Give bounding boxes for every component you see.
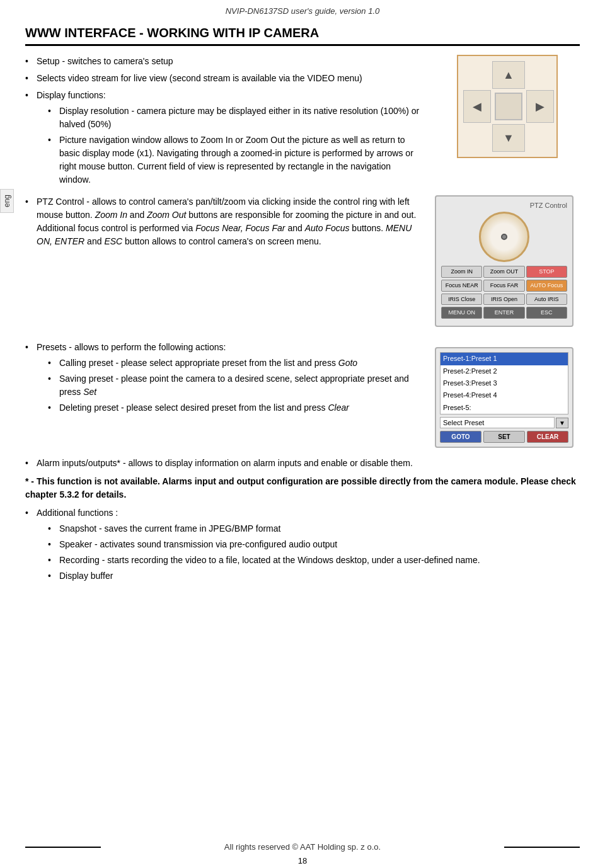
page-footer: All rights reserved © AAT Holding sp. z … [0,837,605,857]
ptz-row4: MENU ON ENTER ESC [441,307,567,319]
select-preset-box[interactable]: Select Preset [440,417,555,428]
zoom-in-button[interactable]: Zoom IN [441,266,482,278]
additional-sub-list: Snapshot - saves the current frame in JP… [48,522,580,583]
copyright-text: All rights reserved © AAT Holding sp. z … [224,842,381,852]
nav-left-button[interactable]: ◀ [463,90,491,123]
nav-bottomleft [463,124,491,152]
nav-bottomright [526,124,554,152]
top-rule [25,44,580,46]
nav-topright [526,61,554,89]
additional-list: Additional functions : Snapshot - saves … [25,506,580,583]
section-title: WWW INTERFACE - WORKING WITH IP CAMERA [25,26,580,40]
focus-near-button[interactable]: Focus NEAR [441,280,482,292]
preset-action-row: GOTO SET CLEAR [440,431,568,443]
preset-list: Preset-1:Preset 1 Preset-2:Preset 2 Pres… [440,352,568,414]
lang-label: eng [0,189,14,213]
page-header: NVIP-DN6137SD user's guide, version 1.0 [0,0,605,20]
nav-down-button[interactable]: ▼ [492,124,525,152]
goto-button[interactable]: GOTO [440,431,481,443]
ptz-ring-dot [501,234,507,240]
preset-item-1[interactable]: Preset-1:Preset 1 [441,353,568,365]
menu-on-button[interactable]: MENU ON [441,307,482,319]
calling-preset-item: Calling preset - please select appropria… [48,357,422,370]
iris-open-button[interactable]: IRIS Open [483,294,524,306]
preset-widget: Preset-1:Preset 1 Preset-2:Preset 2 Pres… [435,347,573,448]
ptz-list: PTZ Control - allows to control camera's… [25,195,422,248]
video-item: Selects video stream for live view (seco… [25,72,422,85]
preset-widget-col: Preset-1:Preset 1 Preset-2:Preset 2 Pres… [435,341,580,448]
snapshot-item: Snapshot - saves the current frame in JP… [48,522,580,535]
stop-button[interactable]: STOP [526,266,567,278]
additional-functions-item: Additional functions : Snapshot - saves … [25,506,580,583]
preset-select-row: Select Preset ▼ [440,417,568,428]
auto-focus-button[interactable]: AUTO Focus [526,280,567,292]
presets-header-item: Presets - allows to perform the followin… [25,341,422,414]
presets-sub-list: Calling preset - please select appropria… [48,357,422,414]
ptz-widget: PTZ Control Zoom IN Zoom OUT STOP Focus … [435,195,573,327]
preset-item-2[interactable]: Preset-2:Preset 2 [441,365,568,377]
nav-right-button[interactable]: ▶ [526,90,554,123]
focus-far-button[interactable]: Focus FAR [483,280,524,292]
ptz-row1: Zoom IN Zoom OUT STOP [441,266,567,278]
preset-dropdown-arrow[interactable]: ▼ [556,418,568,428]
picture-nav-item: Picture navigation window allows to Zoom… [48,134,422,186]
alarm-section: Alarm inputs/outputs* - allows to displa… [25,457,580,470]
main-list: Setup - switches to camera's setup Selec… [25,55,422,186]
ptz-row2: Focus NEAR Focus FAR AUTO Focus [441,280,567,292]
right-column-top: ▲ ◀ ▶ ▼ [435,55,580,190]
bold-note: * - This function is not available. Alar… [25,475,580,501]
header-title: NVIP-DN6137SD user's guide, version 1.0 [226,6,380,16]
recording-item: Recording - starts recording the video t… [48,554,580,567]
alarm-list: Alarm inputs/outputs* - allows to displa… [25,457,580,470]
nav-topleft [463,61,491,89]
ptz-label: PTZ Control [441,202,567,209]
ptz-row3: IRIS Close IRIS Open Auto IRIS [441,294,567,306]
saving-preset-item: Saving preset - please point the camera … [48,372,422,399]
esc-button[interactable]: ESC [526,307,567,319]
left-column: Setup - switches to camera's setup Selec… [25,55,422,190]
presets-list: Presets - allows to perform the followin… [25,341,422,414]
page-number: 18 [0,856,605,865]
alarm-io-item: Alarm inputs/outputs* - allows to displa… [25,457,580,470]
preset-item-4[interactable]: Preset-4:Preset 4 [441,389,568,401]
deleting-preset-item: Deleting preset - please select desired … [48,401,422,414]
ptz-text-col: PTZ Control - allows to control camera's… [25,195,422,334]
speaker-item: Speaker - activates sound transmission v… [48,538,580,551]
nav-center [495,93,522,120]
ptz-control-item: PTZ Control - allows to control camera's… [25,195,422,248]
display-sub-list: Display resolution - camera picture may … [48,105,422,186]
clear-button[interactable]: CLEAR [527,431,568,443]
display-resolution-item: Display resolution - camera picture may … [48,105,422,131]
enter-button[interactable]: ENTER [483,307,524,319]
ptz-ring[interactable] [479,212,529,262]
auto-iris-button[interactable]: Auto IRIS [526,294,567,306]
display-functions-item: Display functions: Display resolution - … [25,89,422,186]
ptz-ring-area [441,212,567,262]
iris-close-button[interactable]: IRIS Close [441,294,482,306]
preset-item-3[interactable]: Preset-3:Preset 3 [441,377,568,389]
additional-section: Additional functions : Snapshot - saves … [25,506,580,583]
ptz-widget-col: PTZ Control Zoom IN Zoom OUT STOP Focus … [435,195,580,334]
presets-text-col: Presets - allows to perform the followin… [25,341,422,448]
preset-item-5[interactable]: Preset-5: [441,402,568,414]
setup-item: Setup - switches to camera's setup [25,55,422,68]
zoom-out-button[interactable]: Zoom OUT [483,266,524,278]
nav-up-button[interactable]: ▲ [492,61,525,89]
set-button[interactable]: SET [483,431,525,443]
display-buffer-item: Display buffer [48,569,580,583]
